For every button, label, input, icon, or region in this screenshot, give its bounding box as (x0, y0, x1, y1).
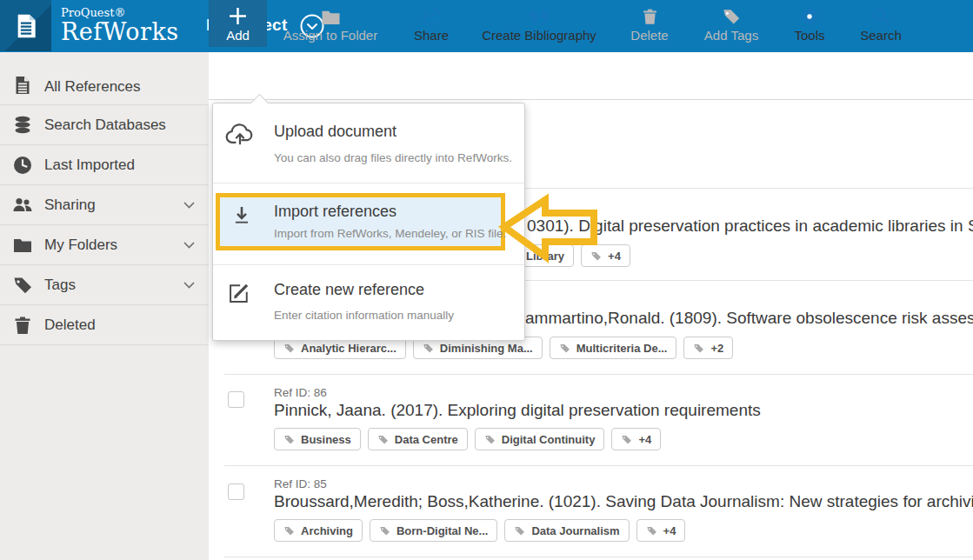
tools-button[interactable]: Tools (782, 0, 837, 47)
tag-icon (514, 525, 525, 537)
clock-icon (12, 155, 33, 176)
add-dropdown-menu: Upload document You can also drag files … (212, 103, 525, 341)
document-logo-icon (12, 12, 40, 40)
create-bibliography-button[interactable]: Create Bibliography (480, 0, 598, 47)
sidebar-item-deleted[interactable]: Deleted (0, 305, 209, 345)
tag-chip-label: Analytic Hierarc... (301, 342, 397, 355)
database-icon (12, 115, 33, 136)
chevron-down-icon[interactable] (183, 202, 195, 209)
reference-title[interactable]: ammartino,Ronald. (1809). Software obsol… (525, 309, 973, 328)
delete-button[interactable]: Delete (622, 0, 677, 47)
toolbar-label: Delete (630, 29, 668, 42)
tag-icon (283, 343, 295, 354)
row-checkbox[interactable] (228, 483, 244, 500)
menu-item-title: Import references (274, 203, 397, 221)
menu-item-upload-document[interactable]: Upload document You can also drag files … (213, 103, 524, 183)
tag-icon (423, 343, 434, 354)
tag-chip-label: Digital Continuity (502, 433, 596, 446)
tag-chip[interactable]: Data Journalism (504, 519, 629, 542)
search-button[interactable]: Search (853, 0, 909, 47)
proquest-label: ProQuest® (61, 6, 179, 19)
tag-chip[interactable]: Business (274, 428, 361, 450)
tag-icon (283, 434, 295, 445)
toolbar-label: Search (860, 29, 902, 42)
menu-item-create-new-reference[interactable]: Create new reference Enter citation info… (213, 264, 524, 342)
tag-chip[interactable]: Archiving (274, 519, 363, 542)
people-icon (12, 195, 33, 216)
document-icon (12, 75, 33, 96)
sidebar-item-sharing[interactable]: Sharing (0, 185, 209, 225)
sidebar-item-label: My Folders (44, 237, 117, 254)
download-icon (230, 204, 253, 227)
tag-chip-label: Business (301, 433, 351, 446)
chevron-down-icon[interactable] (183, 282, 195, 289)
tag-chip-label: Multicriteria De... (576, 342, 668, 355)
sidebar-item-label: Search Databases (44, 117, 166, 134)
trash-icon (12, 315, 33, 336)
tag-chip-label: +2 (710, 342, 723, 355)
toolbar-label: Add Tags (704, 29, 758, 42)
chevron-down-icon[interactable] (183, 242, 195, 249)
tag-chip-label: +4 (638, 433, 651, 446)
menu-item-subtitle: Import from RefWorks, Mendeley, or RIS f… (274, 227, 506, 240)
ref-id: Ref ID: 86 (274, 386, 327, 399)
sidebar-item-label: Deleted (44, 317, 96, 334)
refworks-logo[interactable] (0, 0, 51, 51)
tag-icon (722, 6, 741, 26)
row-divider (224, 465, 973, 466)
add-button[interactable]: Add (209, 0, 267, 47)
tag-icon (12, 275, 33, 296)
folder-icon (321, 6, 341, 26)
row-divider (224, 374, 973, 375)
sidebar: All References Search Databases Sharing … (0, 52, 209, 560)
gear-icon (800, 6, 819, 26)
edit-icon (227, 281, 251, 305)
share-icon (422, 6, 441, 26)
sidebar-item-all-references[interactable]: All References (0, 52, 209, 105)
trash-icon (641, 6, 659, 26)
sidebar-item-search-databases[interactable]: Search Databases (0, 105, 209, 145)
tag-chip-more[interactable]: +4 (611, 428, 661, 450)
ref-id: Ref ID: 85 (274, 477, 327, 490)
toolbar-label: Share (414, 29, 449, 42)
menu-item-import-references[interactable]: Import references Import from RefWorks, … (213, 193, 524, 250)
sidebar-item-label: Tags (44, 277, 76, 294)
refworks-label: RefWorks (61, 19, 179, 45)
reference-title[interactable]: Broussard,Meredith; Boss,Katherine. (102… (274, 492, 973, 511)
toolbar-label: Tools (794, 29, 824, 42)
menu-item-title: Create new reference (274, 281, 424, 299)
assign-to-folder-button[interactable]: Assign to Folder (277, 0, 384, 47)
tag-icon (693, 343, 704, 354)
tag-chip[interactable]: Born-Digital Ne... (370, 519, 497, 542)
toolbar-label: Add (226, 29, 250, 42)
tag-chip-more[interactable]: +2 (683, 337, 733, 359)
tag-chip-label: Data Centre (395, 433, 458, 446)
menu-item-subtitle: You can also drag files directly into Re… (274, 151, 512, 164)
sidebar-item-tags[interactable]: Tags (0, 265, 209, 305)
reference-title[interactable]: Pinnick, Jaana. (2017). Exploring digita… (274, 401, 973, 420)
sidebar-item-my-folders[interactable]: My Folders (0, 225, 209, 265)
tag-chip-label: +4 (663, 524, 676, 537)
toolbar-label: Create Bibliography (482, 29, 596, 42)
tag-chip[interactable]: Data Centre (368, 428, 468, 450)
tag-chip-label: Born-Digital Ne... (397, 524, 488, 537)
share-button[interactable]: Share (403, 0, 459, 47)
tag-chip[interactable]: Multicriteria De... (550, 337, 677, 359)
tag-chip-label: Diminishing Ma... (440, 342, 533, 355)
tag-icon (484, 434, 496, 445)
annotation-arrow-icon (497, 191, 602, 264)
menu-item-title: Upload document (274, 123, 397, 141)
brand-wordmark: ProQuest® RefWorks (61, 6, 179, 45)
quotes-icon (528, 6, 550, 26)
tag-icon (621, 434, 632, 445)
tag-chip-label: Archiving (301, 524, 353, 537)
sidebar-item-last-imported[interactable]: Sharing Last Imported (0, 145, 209, 185)
menu-item-subtitle: Enter citation information manually (274, 309, 454, 322)
folder-icon (12, 235, 33, 256)
row-checkbox[interactable] (228, 391, 244, 408)
tag-chip[interactable]: Digital Continuity (475, 428, 605, 450)
add-tags-button[interactable]: Add Tags (698, 0, 764, 47)
tag-chip-more[interactable]: +4 (636, 519, 686, 542)
toolbar-label: Assign to Folder (283, 29, 377, 42)
tag-icon (646, 525, 657, 537)
